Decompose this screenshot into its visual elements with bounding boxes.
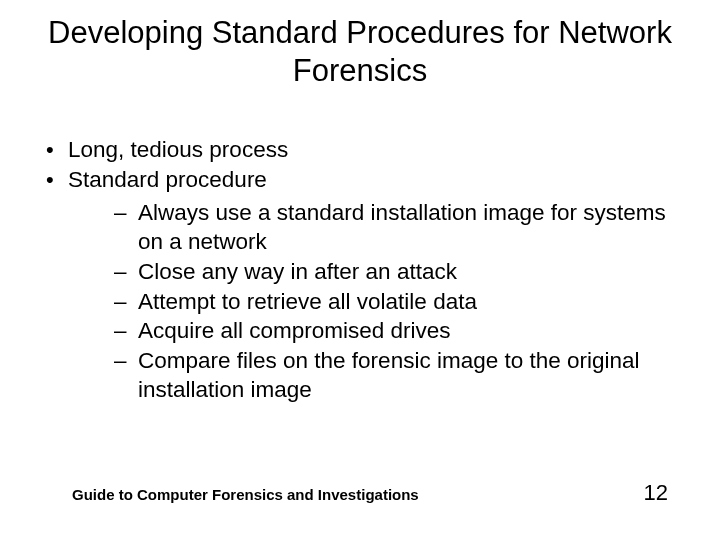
slide-body: Long, tedious process Standard procedure… xyxy=(36,136,684,405)
sub-bullet-list: Always use a standard installation image… xyxy=(68,199,684,405)
sub-bullet-item: Attempt to retrieve all volatile data xyxy=(68,288,684,317)
sub-bullet-text: Compare files on the forensic image to t… xyxy=(138,348,640,402)
footer-source: Guide to Computer Forensics and Investig… xyxy=(72,486,419,503)
bullet-text: Standard procedure xyxy=(68,167,267,192)
slide-footer: Guide to Computer Forensics and Investig… xyxy=(72,480,668,506)
sub-bullet-item: Acquire all compromised drives xyxy=(68,317,684,346)
sub-bullet-item: Compare files on the forensic image to t… xyxy=(68,347,684,405)
sub-bullet-text: Attempt to retrieve all volatile data xyxy=(138,289,477,314)
slide: Developing Standard Procedures for Netwo… xyxy=(0,0,720,540)
sub-bullet-item: Close any way in after an attack xyxy=(68,258,684,287)
bullet-item: Long, tedious process xyxy=(36,136,684,165)
bullet-list: Long, tedious process Standard procedure… xyxy=(36,136,684,405)
slide-title: Developing Standard Procedures for Netwo… xyxy=(36,14,684,90)
sub-bullet-text: Always use a standard installation image… xyxy=(138,200,666,254)
page-number: 12 xyxy=(644,480,668,506)
bullet-item: Standard procedure Always use a standard… xyxy=(36,166,684,404)
sub-bullet-text: Close any way in after an attack xyxy=(138,259,457,284)
sub-bullet-item: Always use a standard installation image… xyxy=(68,199,684,257)
sub-bullet-text: Acquire all compromised drives xyxy=(138,318,451,343)
bullet-text: Long, tedious process xyxy=(68,137,288,162)
